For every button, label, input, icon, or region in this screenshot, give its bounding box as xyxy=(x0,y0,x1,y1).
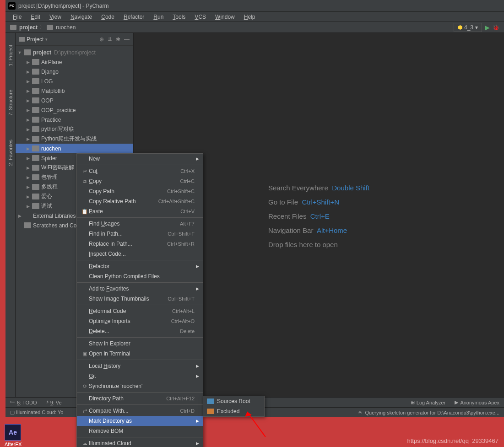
expand-arrow-icon[interactable] xyxy=(26,137,30,141)
tree-item[interactable]: projectD:\python\project xyxy=(16,48,133,57)
tree-item[interactable]: OOP_practice xyxy=(16,105,133,115)
expand-arrow-icon[interactable] xyxy=(26,89,30,93)
menu-item-replace-in-path-[interactable]: Replace in Path...Ctrl+Shift+R xyxy=(77,239,203,249)
tree-item[interactable]: Django xyxy=(16,67,133,76)
submenu-arrow-icon: ▶ xyxy=(195,419,199,423)
tree-item[interactable]: python写对联 xyxy=(16,124,133,134)
menu-tools[interactable]: Tools xyxy=(169,13,189,21)
expand-arrow-icon[interactable] xyxy=(26,98,30,103)
tree-label: 调试 xyxy=(41,202,52,210)
tree-label: Python爬虫开发与实战 xyxy=(41,135,97,143)
menu-item-remove-bom[interactable]: Remove BOM xyxy=(77,426,203,436)
bottom-tab[interactable]: ⊞ Log Analyzer xyxy=(411,399,446,405)
gear-icon[interactable]: ✱ xyxy=(116,36,120,43)
context-menu[interactable]: New▶✂CutCtrl+X⧉CopyCtrl+CCopy PathCtrl+S… xyxy=(76,153,203,447)
menu-code[interactable]: Code xyxy=(98,13,118,21)
menu-item-paste[interactable]: 📋PasteCtrl+V xyxy=(77,206,203,216)
submenu-item-excluded[interactable]: Excluded xyxy=(203,406,264,416)
submenu-item-sources-root[interactable]: Sources Root xyxy=(203,396,264,406)
collapse-icon[interactable]: ⇊ xyxy=(108,36,112,43)
menu-navigate[interactable]: Navigate xyxy=(67,13,96,21)
expand-arrow-icon[interactable] xyxy=(17,50,22,55)
menu-item-local-history[interactable]: Local History▶ xyxy=(77,361,203,371)
expand-arrow-icon[interactable] xyxy=(26,118,30,122)
menu-item-synchronize-ruochen-[interactable]: ⟳Synchronize 'ruochen' xyxy=(77,381,203,391)
breadcrumb-root[interactable]: project xyxy=(19,24,38,31)
tree-item[interactable]: OOP xyxy=(16,96,133,105)
menu-edit[interactable]: Edit xyxy=(27,13,44,21)
menu-item-find-in-path-[interactable]: Find in Path...Ctrl+Shift+F xyxy=(77,229,203,239)
menu-item-label: New xyxy=(89,156,195,162)
tree-item[interactable]: Practice xyxy=(16,115,133,124)
expand-arrow-icon[interactable] xyxy=(26,60,30,65)
tool-tab[interactable]: 2: Favorites xyxy=(7,137,14,168)
expand-arrow-icon[interactable] xyxy=(17,214,22,218)
menu-item-new[interactable]: New▶ xyxy=(77,154,203,164)
breadcrumb-child[interactable]: ruochen xyxy=(56,24,76,31)
menu-item-cut[interactable]: ✂CutCtrl+X xyxy=(77,166,203,176)
menu-item-mark-directory-as[interactable]: Mark Directory as▶ xyxy=(77,416,203,426)
desktop-app-icon[interactable]: Ae AfterFX xyxy=(5,424,22,447)
tool-tab[interactable]: 1: Project xyxy=(7,42,14,69)
expand-arrow-icon[interactable] xyxy=(26,204,30,209)
menu-item-label: Copy Relative Path xyxy=(89,198,158,205)
tree-item[interactable]: AirPlane xyxy=(16,57,133,67)
expand-arrow-icon[interactable] xyxy=(26,146,30,151)
menu-item-label: Show in Explorer xyxy=(89,340,195,347)
expand-arrow-icon[interactable] xyxy=(26,194,30,199)
menu-item-copy-relative-path[interactable]: Copy Relative PathCtrl+Alt+Shift+C xyxy=(77,196,203,206)
mark-directory-submenu[interactable]: Sources RootExcluded xyxy=(203,396,265,417)
tool-tab[interactable]: 7: Structure xyxy=(7,87,14,118)
menu-item-show-image-thumbnails[interactable]: Show Image ThumbnailsCtrl+Shift+T xyxy=(77,294,203,304)
expand-arrow-icon[interactable] xyxy=(26,108,30,113)
folder-icon xyxy=(32,165,39,171)
menu-item-delete-[interactable]: Delete...Delete xyxy=(77,326,203,336)
menu-run[interactable]: Run xyxy=(150,13,167,21)
breadcrumb[interactable]: project 〉 ruochen xyxy=(10,23,76,31)
menu-item-add-to-favorites[interactable]: Add to Favorites▶ xyxy=(77,284,203,294)
tree-item[interactable]: Python爬虫开发与实战 xyxy=(16,134,133,144)
menu-item-directory-path[interactable]: Directory PathCtrl+Alt+F12 xyxy=(77,393,203,404)
menu-item-git[interactable]: Git▶ xyxy=(77,371,203,381)
menu-window[interactable]: Window xyxy=(211,13,238,21)
folder-icon xyxy=(32,174,39,180)
expand-arrow-icon[interactable] xyxy=(26,127,30,132)
menu-item-clean-python-compiled-files[interactable]: Clean Python Compiled Files xyxy=(77,271,203,281)
debug-button[interactable]: 🐞 xyxy=(493,24,499,31)
expand-arrow-icon[interactable] xyxy=(26,175,30,180)
menu-item-refactor[interactable]: Refactor▶ xyxy=(77,261,203,271)
run-config-dropdown[interactable]: ⬢ 4_3 ▾ xyxy=(454,23,482,32)
menu-help[interactable]: Help xyxy=(240,13,259,21)
minimize-icon[interactable]: — xyxy=(124,36,130,43)
bottom-tab[interactable]: ▶ Anonymous Apex xyxy=(455,399,499,405)
expand-arrow-icon[interactable] xyxy=(26,156,30,161)
menu-file[interactable]: File xyxy=(9,13,25,21)
tree-item[interactable]: ruochen xyxy=(16,144,133,153)
run-button[interactable]: ▶ xyxy=(485,24,490,31)
tree-item[interactable]: LOG xyxy=(16,76,133,86)
bottom-tab[interactable]: ♯ 9: Ve xyxy=(46,399,62,405)
menu-view[interactable]: View xyxy=(46,13,65,21)
menu-item-open-in-terminal[interactable]: ▣Open in Terminal xyxy=(77,349,203,359)
bottom-tab[interactable]: ≔ 6: TODO xyxy=(10,399,37,405)
menu-item-reformat-code[interactable]: Reformat CodeCtrl+Alt+L xyxy=(77,306,203,316)
menu-item-illuminated-cloud[interactable]: ☁Illuminated Cloud▶ xyxy=(77,438,203,447)
expand-arrow-icon[interactable] xyxy=(26,70,30,74)
menu-item-copy[interactable]: ⧉CopyCtrl+C xyxy=(77,176,203,186)
tree-item[interactable]: Matplotlib xyxy=(16,86,133,96)
menu-item-show-in-explorer[interactable]: Show in Explorer xyxy=(77,339,203,349)
menu-item-find-usages[interactable]: Find UsagesAlt+F7 xyxy=(77,219,203,229)
expand-arrow-icon[interactable] xyxy=(26,79,30,84)
menu-item-copy-path[interactable]: Copy PathCtrl+Shift+C xyxy=(77,186,203,196)
expand-arrow-icon[interactable] xyxy=(26,166,30,170)
menu-item-inspect-code-[interactable]: Inspect Code... xyxy=(77,249,203,259)
menu-vcs[interactable]: VCS xyxy=(191,13,210,21)
menu-item-compare-with-[interactable]: ⇄Compare With...Ctrl+D xyxy=(77,406,203,416)
panel-title[interactable]: Project ▾ xyxy=(19,36,99,43)
expand-arrow-icon[interactable] xyxy=(26,185,30,189)
menu-refactor[interactable]: Refactor xyxy=(120,13,148,21)
folder-icon xyxy=(32,136,39,142)
locate-icon[interactable]: ⊕ xyxy=(99,36,104,43)
menu-item-optimize-imports[interactable]: Optimize ImportsCtrl+Alt+O xyxy=(77,316,203,326)
menu-separator xyxy=(77,260,203,260)
